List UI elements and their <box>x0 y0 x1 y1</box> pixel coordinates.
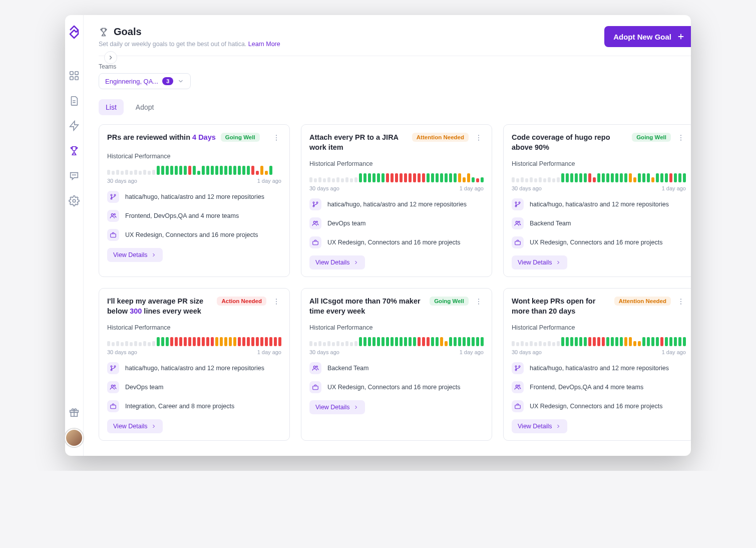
range-start: 30 days ago <box>107 178 137 184</box>
svg-rect-1 <box>75 72 78 75</box>
plus-icon <box>676 32 685 41</box>
goal-meta: Backend Team <box>512 217 686 229</box>
branch-icon <box>107 362 119 374</box>
svg-point-45 <box>276 299 277 300</box>
nav-settings-icon[interactable] <box>69 195 80 206</box>
nav-goals-icon[interactable] <box>69 145 80 156</box>
svg-point-38 <box>680 140 681 141</box>
goal-menu-button[interactable] <box>474 133 484 145</box>
tab-list[interactable]: List <box>99 99 124 115</box>
goal-meta: hatica/hugo, hatica/astro and 12 more re… <box>512 198 686 210</box>
svg-point-65 <box>519 366 520 367</box>
svg-rect-68 <box>515 405 521 409</box>
user-avatar[interactable] <box>65 429 83 447</box>
sidebar-expand-button[interactable] <box>104 51 117 64</box>
svg-rect-26 <box>111 234 116 237</box>
svg-rect-35 <box>313 241 318 245</box>
svg-point-67 <box>518 385 520 387</box>
users-icon <box>309 362 321 374</box>
historical-performance-label: Historical Performance <box>512 324 686 331</box>
range-end: 1 day ago <box>257 349 281 355</box>
historical-performance-label: Historical Performance <box>309 324 484 331</box>
svg-rect-53 <box>111 405 116 409</box>
goal-status-badge: Attention Needed <box>412 133 469 142</box>
svg-point-34 <box>316 221 317 223</box>
view-details-button[interactable]: View Details <box>309 255 365 269</box>
logo-icon <box>66 24 82 40</box>
svg-point-19 <box>276 137 277 138</box>
goal-menu-button[interactable] <box>271 133 281 145</box>
svg-point-29 <box>478 140 479 141</box>
svg-point-48 <box>111 366 112 367</box>
teams-filter-label: Teams <box>99 63 691 70</box>
svg-point-60 <box>680 299 681 300</box>
svg-rect-0 <box>70 72 73 75</box>
svg-point-24 <box>111 214 113 216</box>
svg-point-27 <box>478 135 479 136</box>
svg-point-57 <box>313 366 315 368</box>
goal-meta: Backend Team <box>309 362 484 374</box>
svg-point-54 <box>478 299 479 300</box>
range-start: 30 days ago <box>107 349 137 355</box>
users-icon <box>107 381 119 393</box>
goal-status-badge: Going Well <box>221 133 260 142</box>
nav-bolt-icon[interactable] <box>69 120 80 131</box>
goal-card: Wont keep PRs open for more than 20 days… <box>503 288 691 441</box>
app-window: Goals Set daily or weekly goals to get t… <box>65 15 691 456</box>
historical-performance-label: Historical Performance <box>309 160 484 167</box>
goal-title: Code coverage of hugo repo above 90% <box>512 133 627 152</box>
svg-point-41 <box>519 202 520 203</box>
teams-filter-select[interactable]: Enginnering, QA... 3 <box>99 73 191 89</box>
goal-meta: Frontend, DevOps,QA and 4 more teams <box>512 381 686 393</box>
page-title: Goals <box>114 26 142 38</box>
goal-card: PRs are reviewed within 4 Days Going Wel… <box>99 124 290 277</box>
goal-card: All ICsgot more than 70% maker time ever… <box>301 288 492 441</box>
range-start: 30 days ago <box>309 185 339 191</box>
svg-point-32 <box>316 202 318 203</box>
svg-point-8 <box>73 175 73 175</box>
svg-point-37 <box>680 137 681 138</box>
range-end: 1 day ago <box>460 185 484 191</box>
view-details-button[interactable]: View Details <box>107 419 163 433</box>
goal-menu-button[interactable] <box>676 133 686 145</box>
view-details-button[interactable]: View Details <box>512 419 567 433</box>
goal-status-badge: Going Well <box>430 297 469 306</box>
goal-status-badge: Action Needed <box>217 297 266 306</box>
main-content: Goals Set daily or weekly goals to get t… <box>84 15 691 456</box>
goal-title: Wont keep PRs open for more than 20 days <box>512 297 609 316</box>
performance-chart <box>309 335 484 346</box>
svg-point-10 <box>75 175 76 175</box>
nav-document-icon[interactable] <box>69 95 80 106</box>
nav-dashboard-icon[interactable] <box>69 70 80 81</box>
goal-title: I'll keep my average PR size below 300 l… <box>107 297 212 316</box>
svg-rect-2 <box>70 77 73 80</box>
goal-meta: UX Redesign, Connectors and 16 more proj… <box>107 229 281 241</box>
goal-meta: Frontend, DevOps,QA and 4 more teams <box>107 210 281 222</box>
nav-gift-icon[interactable] <box>69 407 80 418</box>
goal-title: Attach every PR to a JIRA work item <box>309 133 407 152</box>
svg-point-43 <box>518 221 520 223</box>
learn-more-link[interactable]: Learn More <box>248 41 280 48</box>
performance-chart <box>512 335 686 346</box>
svg-point-63 <box>515 366 517 367</box>
view-details-button[interactable]: View Details <box>107 248 163 262</box>
view-details-button[interactable]: View Details <box>512 255 567 269</box>
svg-point-47 <box>276 304 277 305</box>
briefcase-icon <box>309 381 321 393</box>
nav-chat-icon[interactable] <box>69 170 80 181</box>
goal-menu-button[interactable] <box>271 297 281 309</box>
goal-card: I'll keep my average PR size below 300 l… <box>99 288 290 441</box>
svg-point-28 <box>478 137 479 138</box>
svg-point-50 <box>114 366 116 367</box>
range-end: 1 day ago <box>257 178 281 184</box>
goal-meta: UX Redesign, Connectors and 16 more proj… <box>512 400 686 412</box>
goal-meta: hatica/hugo, hatica/astro and 12 more re… <box>107 362 281 374</box>
users-icon <box>309 217 321 229</box>
goal-menu-button[interactable] <box>676 297 686 309</box>
goal-status-badge: Attention Needed <box>614 297 671 306</box>
view-details-button[interactable]: View Details <box>309 400 365 414</box>
tab-adopt[interactable]: Adopt <box>129 99 161 115</box>
goal-meta: hatica/hugo, hatica/astro and 12 more re… <box>107 191 281 203</box>
adopt-new-goal-button[interactable]: Adopt New Goal <box>604 26 691 47</box>
goal-menu-button[interactable] <box>474 297 484 309</box>
